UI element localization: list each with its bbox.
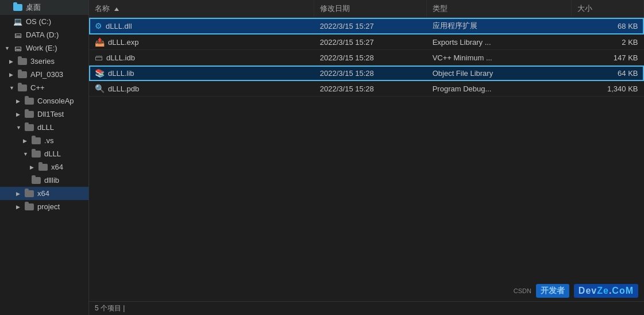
sidebar-label-dlll-sub: dLLL: [44, 149, 61, 158]
folder-dark-icon: [24, 110, 34, 118]
file-size-cell: 68 KB: [572, 18, 644, 34]
file-name-cell: 📤 dLLL.exp: [89, 34, 314, 50]
sidebar-label-osc: OS (C:): [26, 17, 51, 26]
sidebar: 桌面 💻 OS (C:) 🖴 DATA (D:) ▼ 🖴 Work (E:) ▶…: [0, 0, 89, 315]
col-header-size[interactable]: 大小: [572, 0, 644, 18]
sidebar-label-x64-sub: x64: [51, 163, 63, 171]
sort-arrow-icon: [114, 7, 119, 11]
watermark-devze-label: DevZe.CoM: [574, 284, 638, 298]
main-container: 桌面 💻 OS (C:) 🖴 DATA (D:) ▼ 🖴 Work (E:) ▶…: [0, 0, 644, 315]
sidebar-item-project[interactable]: ▶ project: [0, 200, 88, 213]
file-date-cell: 2022/3/15 15:27: [314, 34, 427, 50]
watermark-dev-text: 开发者: [541, 286, 565, 295]
col-header-size-label: 大小: [577, 4, 592, 13]
folder-dark-icon: [17, 84, 28, 92]
expand-arrow-worke: ▼: [5, 45, 11, 51]
file-type-icon: 📤: [95, 37, 105, 47]
folder-dark-icon: [31, 137, 41, 145]
sidebar-label-project: project: [37, 202, 60, 211]
col-header-date-label: 修改日期: [320, 4, 350, 13]
sidebar-item-datad[interactable]: 🖴 DATA (D:): [0, 28, 88, 41]
file-type-cell: 应用程序扩展: [427, 18, 572, 34]
file-date-cell: 2022/3/15 15:28: [314, 66, 427, 81]
sidebar-item-consoleap[interactable]: ▶ ConsoleAp: [0, 94, 88, 107]
file-date-cell: 2022/3/15 15:28: [314, 50, 427, 66]
expand-arrow: ▶: [23, 138, 30, 144]
expand-arrow: ▶: [9, 72, 16, 78]
expand-arrow: ▶: [30, 164, 37, 170]
file-name-label: dLLL.idb: [106, 53, 135, 62]
sidebar-item-dlll-main[interactable]: ▼ dLLL: [0, 121, 88, 134]
sidebar-item-vs[interactable]: ▶ .vs: [0, 134, 88, 147]
sidebar-label-x64-main: x64: [37, 189, 49, 198]
file-type-cell: Exports Library ...: [427, 34, 572, 50]
sidebar-item-dlll-sub[interactable]: ▼ dLLL: [0, 147, 88, 160]
sidebar-item-desktop[interactable]: 桌面: [0, 0, 88, 15]
expand-arrow-cpp: ▼: [9, 85, 16, 91]
sidebar-label-dlll-main: dLLL: [37, 123, 54, 132]
watermark: CSDN 开发者 DevZe.CoM: [514, 284, 638, 298]
watermark-devze-com: CoM: [612, 286, 634, 295]
sidebar-label-vs: .vs: [44, 136, 54, 145]
expand-arrow-dlll: ▼: [16, 125, 23, 130]
expand-arrow: ▶: [16, 191, 23, 197]
file-size-cell: 64 KB: [572, 66, 644, 81]
table-row[interactable]: 🔍 dLLL.pdb 2022/3/15 15:28 Program Debug…: [89, 81, 644, 97]
file-name-cell: ⚙ dLLL.dll: [89, 18, 314, 34]
folder-dark-icon: [38, 163, 48, 171]
file-date-cell: 2022/3/15 15:28: [314, 81, 427, 97]
sidebar-label-3series: 3series: [30, 57, 55, 66]
sidebar-item-dll1test[interactable]: ▶ Dll1Test: [0, 107, 88, 121]
watermark-csdn: CSDN: [514, 287, 531, 294]
file-name-label: dLLL.pdb: [108, 84, 139, 93]
sidebar-item-x64-main[interactable]: ▶ x64: [0, 187, 88, 200]
folder-blue-icon: [13, 3, 23, 11]
file-list-container[interactable]: 名称 修改日期 类型 大小: [89, 0, 644, 301]
sidebar-item-osc[interactable]: 💻 OS (C:): [0, 15, 88, 28]
folder-dark-icon: [24, 124, 34, 132]
col-header-type[interactable]: 类型: [427, 0, 572, 18]
table-row[interactable]: ⚙ dLLL.dll 2022/3/15 15:27 应用程序扩展 68 KB: [89, 18, 644, 34]
file-table: 名称 修改日期 类型 大小: [89, 0, 644, 97]
folder-dark-icon: [31, 176, 41, 185]
table-row[interactable]: 📚 dLLL.lib 2022/3/15 15:28 Object File L…: [89, 66, 644, 81]
expand-arrow: ▶: [16, 112, 23, 117]
sidebar-item-x64-sub[interactable]: ▶ x64: [0, 160, 88, 174]
file-name-label: dLLL.exp: [108, 38, 139, 47]
sidebar-label-datad: DATA (D:): [26, 30, 59, 39]
sidebar-label-consoleap: ConsoleAp: [37, 97, 74, 105]
col-header-name[interactable]: 名称: [89, 0, 314, 18]
sidebar-item-api0303[interactable]: ▶ API_0303: [0, 68, 88, 81]
status-bar: 5 个项目 |: [89, 301, 644, 315]
table-header-row: 名称 修改日期 类型 大小: [89, 0, 644, 18]
drive-icon: 💻: [13, 18, 23, 26]
sidebar-item-worke[interactable]: ▼ 🖴 Work (E:): [0, 41, 88, 55]
folder-dark-icon: [24, 190, 34, 198]
file-size-cell: 2 KB: [572, 34, 644, 50]
watermark-devze-ze: Ze: [597, 286, 609, 295]
file-type-icon: ⚙: [95, 21, 102, 30]
content-area: 名称 修改日期 类型 大小: [89, 0, 644, 315]
sidebar-label-cpp: C++: [30, 83, 45, 92]
file-name-label: dLLL.lib: [108, 69, 134, 78]
file-name-cell: 🗃 dLLL.idb: [89, 50, 314, 66]
sidebar-label-worke: Work (E:): [26, 44, 57, 52]
file-name-cell: 🔍 dLLL.pdb: [89, 81, 314, 97]
col-header-date[interactable]: 修改日期: [314, 0, 427, 18]
table-row[interactable]: 📤 dLLL.exp 2022/3/15 15:27 Exports Libra…: [89, 34, 644, 50]
expand-arrow-dlll-sub: ▼: [23, 151, 30, 157]
table-row[interactable]: 🗃 dLLL.idb 2022/3/15 15:28 VC++ Minimum …: [89, 50, 644, 66]
sidebar-item-3series[interactable]: ▶ 3series: [0, 55, 88, 68]
sidebar-label-desktop: 桌面: [26, 2, 41, 13]
sidebar-label-dlllib: dlllib: [44, 176, 59, 185]
file-size-cell: 147 KB: [572, 50, 644, 66]
file-name-cell: 📚 dLLL.lib: [89, 66, 314, 81]
drive-icon: 🖴: [13, 31, 23, 39]
sidebar-label-api0303: API_0303: [30, 70, 63, 79]
folder-dark-icon: [24, 203, 34, 211]
col-header-name-label: 名称: [95, 4, 110, 13]
sidebar-item-dlllib[interactable]: dlllib: [0, 174, 88, 187]
file-type-cell: VC++ Minimum ...: [427, 50, 572, 66]
file-date-cell: 2022/3/15 15:27: [314, 18, 427, 34]
sidebar-item-cpp[interactable]: ▼ C++: [0, 81, 88, 94]
